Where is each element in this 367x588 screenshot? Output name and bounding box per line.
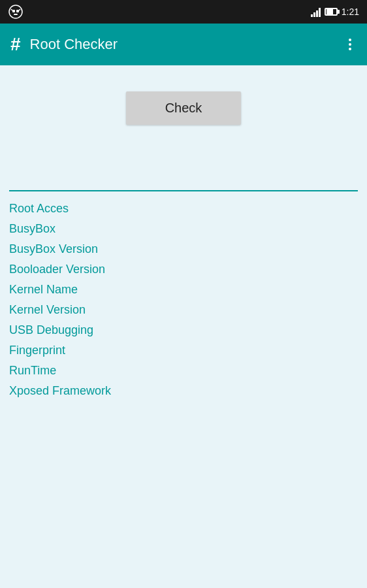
status-bar-left	[8, 4, 24, 20]
app-bar-left: # Root Checker	[10, 35, 118, 54]
info-item: Root Acces	[9, 202, 358, 216]
clock-display: 1:21	[342, 7, 359, 17]
svg-rect-3	[14, 14, 18, 15]
dot-1	[349, 39, 351, 41]
status-bar: 1:21	[0, 0, 367, 24]
svg-line-4	[11, 9, 12, 10]
svg-point-0	[9, 5, 22, 18]
svg-rect-1	[12, 10, 15, 12]
check-button[interactable]: Check	[126, 91, 242, 125]
info-item: USB Debugging	[9, 323, 358, 337]
signal-icon	[311, 7, 321, 17]
info-list: Root AccesBusyBoxBusyBox VersionBooloade…	[0, 191, 367, 398]
info-item: Fingerprint	[9, 344, 358, 357]
svg-line-5	[19, 9, 20, 10]
battery-icon	[325, 8, 338, 16]
info-item: Kernel Name	[9, 283, 358, 297]
info-item: BusyBox	[9, 222, 358, 236]
overflow-menu-button[interactable]	[343, 33, 357, 56]
info-item: RunTime	[9, 364, 358, 378]
cyanogen-icon	[8, 4, 24, 20]
dot-2	[349, 43, 351, 46]
info-item: Booloader Version	[9, 263, 358, 276]
svg-rect-2	[16, 10, 19, 12]
app-bar: # Root Checker	[0, 24, 367, 65]
app-title: Root Checker	[30, 36, 118, 53]
dot-3	[349, 48, 351, 50]
info-item: Kernel Version	[9, 303, 358, 317]
info-item: Xposed Framework	[9, 384, 358, 398]
main-content: Check Root AccesBusyBoxBusyBox VersionBo…	[0, 65, 367, 588]
hash-icon: #	[10, 35, 21, 54]
status-bar-right: 1:21	[311, 7, 359, 17]
info-item: BusyBox Version	[9, 242, 358, 256]
